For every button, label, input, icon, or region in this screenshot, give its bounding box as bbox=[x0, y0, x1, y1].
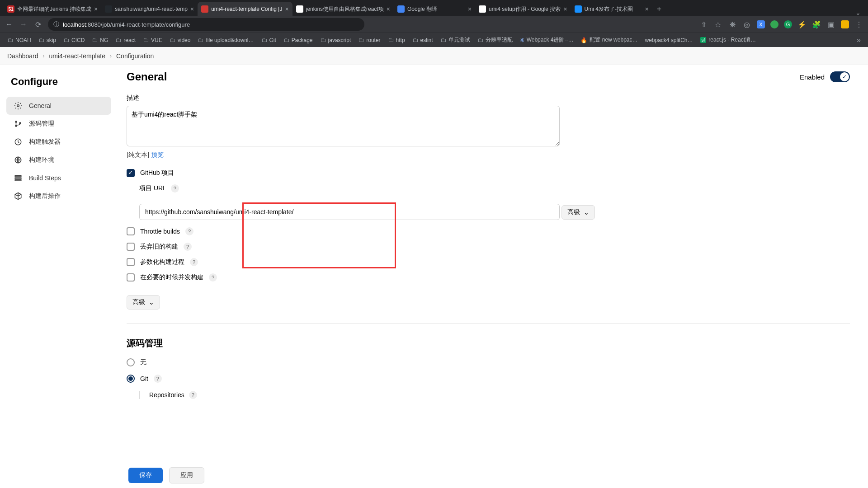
bookmark-item[interactable]: 🗀分辨率适配 bbox=[475, 35, 515, 45]
advanced-button[interactable]: 高级 ⌄ bbox=[561, 205, 595, 220]
reload-button[interactable]: ⟳ bbox=[33, 20, 42, 29]
site-info-icon[interactable]: ⓘ bbox=[53, 20, 59, 28]
sidebar: Configure General 源码管理 构建触发器 构建环境 Build … bbox=[0, 65, 118, 488]
browser-tab[interactable]: Umi 4发布了-技术圈× bbox=[571, 2, 652, 16]
sidebar-item-scm[interactable]: 源码管理 bbox=[6, 115, 111, 133]
ext-icon[interactable]: ◎ bbox=[742, 20, 751, 29]
ext-icon[interactable]: ❋ bbox=[728, 20, 737, 29]
breadcrumb-dashboard[interactable]: Dashboard bbox=[7, 52, 38, 60]
forward-button[interactable]: → bbox=[19, 20, 28, 28]
back-button[interactable]: ← bbox=[5, 20, 14, 28]
bookmark-label: Git bbox=[269, 37, 276, 43]
bookmark-item[interactable]: 🗀router bbox=[355, 35, 383, 45]
bookmark-label: eslint bbox=[420, 37, 433, 43]
browser-tab-strip: 51全网最详细的Jenkins 持续集成×sanshuiwang/umi4-re… bbox=[0, 0, 868, 16]
close-icon[interactable]: × bbox=[468, 5, 472, 13]
bookmark-item[interactable]: 🗀file upload&downl… bbox=[195, 35, 256, 45]
browser-tab[interactable]: Gumi4 setup作用 - Google 搜索× bbox=[475, 2, 571, 16]
bookmark-star-icon[interactable]: ☆ bbox=[713, 20, 722, 29]
apply-button[interactable]: 应用 bbox=[169, 467, 204, 483]
folder-icon: 🗀 bbox=[7, 37, 13, 43]
ext-icon[interactable] bbox=[770, 20, 778, 28]
bookmark-item[interactable]: 🔥配置 new webpac… bbox=[578, 35, 640, 45]
breadcrumb-job[interactable]: umi4-react-template bbox=[49, 52, 106, 60]
bookmark-item[interactable]: ❋Webpack 4进阶--… bbox=[517, 35, 576, 45]
favicon bbox=[201, 5, 208, 13]
bookmark-item[interactable]: 🗀video bbox=[167, 35, 193, 45]
description-textarea[interactable]: 基于umi4的react脚手架 bbox=[127, 106, 560, 146]
folder-icon: 🗀 bbox=[440, 37, 446, 43]
window-dropdown-icon[interactable]: ⌄ bbox=[852, 9, 864, 16]
bookmark-item[interactable]: 🗀http bbox=[385, 35, 408, 45]
close-icon[interactable]: × bbox=[94, 5, 98, 13]
close-icon[interactable]: × bbox=[645, 5, 648, 13]
bookmark-item[interactable]: 🗀CICD bbox=[61, 35, 87, 45]
enabled-toggle[interactable]: ✓ bbox=[830, 71, 850, 82]
share-icon[interactable]: ⇧ bbox=[699, 20, 708, 29]
bookmark-item[interactable]: 🗀eslint bbox=[410, 35, 436, 45]
bookmark-item[interactable]: 🗀skip bbox=[36, 35, 59, 45]
sidebar-item-general[interactable]: General bbox=[6, 97, 111, 115]
project-url-input[interactable] bbox=[139, 204, 560, 220]
browser-tab[interactable]: sanshuiwang/umi4-react-temp× bbox=[101, 2, 198, 16]
bookmark-item[interactable]: 🗀NG bbox=[89, 35, 111, 45]
bookmark-item[interactable]: sfreact.js - React渲… bbox=[698, 35, 759, 45]
option-checkbox[interactable] bbox=[127, 258, 135, 266]
help-icon[interactable]: ? bbox=[154, 375, 162, 383]
close-icon[interactable]: × bbox=[387, 5, 390, 13]
sidebar-item-build-steps[interactable]: Build Steps bbox=[6, 169, 111, 187]
help-icon[interactable]: ? bbox=[190, 258, 198, 266]
option-checkbox[interactable] bbox=[127, 243, 135, 251]
option-checkbox[interactable] bbox=[127, 273, 135, 282]
project-url-label: 项目 URL bbox=[139, 184, 166, 192]
bookmark-item[interactable]: 🗀javascript bbox=[317, 35, 354, 45]
close-icon[interactable]: × bbox=[190, 5, 194, 13]
scm-git-radio[interactable] bbox=[127, 375, 135, 383]
bookmark-item[interactable]: 🗀VUE bbox=[140, 35, 165, 45]
help-icon[interactable]: ? bbox=[185, 227, 193, 235]
bookmarks-overflow-icon[interactable]: » bbox=[854, 36, 863, 44]
bookmark-item[interactable]: 🗀NOAH bbox=[5, 35, 34, 45]
ext-icon[interactable]: ⚡ bbox=[797, 20, 807, 29]
sidebar-label: General bbox=[29, 102, 52, 109]
ext-icon[interactable]: G bbox=[784, 20, 792, 28]
help-icon[interactable]: ? bbox=[209, 273, 217, 282]
help-icon[interactable]: ? bbox=[189, 391, 197, 399]
browser-tab[interactable]: umi4-react-template Config [J× bbox=[198, 2, 292, 16]
extensions-icon[interactable]: 🧩 bbox=[812, 20, 821, 29]
new-tab-button[interactable]: + bbox=[652, 2, 666, 16]
bookmark-label: react bbox=[123, 37, 136, 43]
save-button[interactable]: 保存 bbox=[128, 468, 163, 483]
menu-icon[interactable]: ⋮ bbox=[854, 20, 863, 29]
folder-icon: 🗀 bbox=[320, 37, 326, 43]
sidebar-item-environment[interactable]: 构建环境 bbox=[6, 151, 111, 169]
close-icon[interactable]: × bbox=[563, 5, 567, 13]
sidebar-item-triggers[interactable]: 构建触发器 bbox=[6, 133, 111, 151]
bookmark-item[interactable]: 🗀react bbox=[113, 35, 138, 45]
bookmark-item[interactable]: 🗀Git bbox=[259, 35, 279, 45]
panel-icon[interactable]: ▣ bbox=[826, 20, 835, 29]
help-icon[interactable]: ? bbox=[184, 243, 192, 251]
profile-avatar[interactable] bbox=[841, 20, 849, 28]
browser-tab[interactable]: Gjenkins使用自由风格集成react项× bbox=[292, 2, 394, 16]
folder-icon: 🗀 bbox=[92, 37, 98, 43]
bookmark-label: VUE bbox=[151, 37, 162, 43]
url-input[interactable]: ⓘ localhost:8080/job/umi4-react-template… bbox=[48, 18, 364, 31]
option-checkbox[interactable] bbox=[127, 227, 135, 235]
browser-tab[interactable]: Google 翻译× bbox=[394, 2, 475, 16]
bookmark-item[interactable]: 🗀单元测试 bbox=[438, 35, 473, 45]
help-icon[interactable]: ? bbox=[171, 184, 179, 192]
bookmark-item[interactable]: 🗀Package bbox=[281, 35, 316, 45]
breadcrumb-page[interactable]: Configuration bbox=[116, 52, 154, 60]
sidebar-item-post-build[interactable]: 构建后操作 bbox=[6, 187, 111, 205]
ext-icon[interactable]: X bbox=[757, 20, 765, 28]
preview-link[interactable]: 预览 bbox=[151, 151, 164, 158]
github-project-checkbox[interactable] bbox=[127, 169, 135, 177]
branch-icon bbox=[14, 119, 23, 128]
scm-none-radio[interactable] bbox=[127, 358, 135, 366]
close-icon[interactable]: × bbox=[285, 5, 289, 13]
advanced-button[interactable]: 高级 ⌄ bbox=[127, 295, 160, 310]
bookmark-label: http bbox=[396, 37, 405, 43]
bookmark-item[interactable]: webpack4 splitCh… bbox=[642, 35, 695, 45]
browser-tab[interactable]: 51全网最详细的Jenkins 持续集成× bbox=[4, 2, 101, 16]
